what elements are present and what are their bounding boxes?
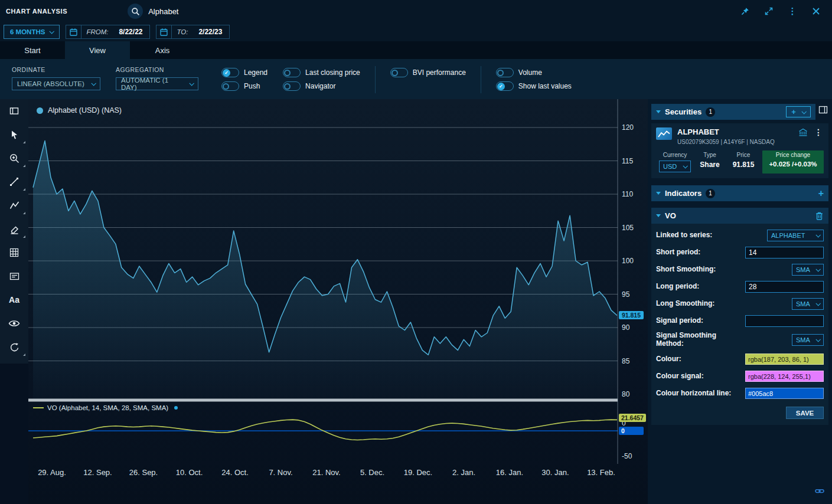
svg-text:-50: -50 <box>622 452 632 460</box>
toggle-show-last-values[interactable]: ✓ Show last values <box>496 80 572 93</box>
svg-text:115: 115 <box>622 157 633 165</box>
price-series-legend[interactable]: Alphabet (USD) (NAS) <box>37 106 122 114</box>
short-smoothing-select[interactable]: SMA <box>792 264 824 276</box>
tab-view[interactable]: View <box>65 41 130 59</box>
trendline-tool-icon[interactable] <box>0 170 28 194</box>
add-indicator-button[interactable]: + <box>818 188 824 199</box>
short-smoothing-label: Short Smoothing: <box>656 266 716 274</box>
colour-input[interactable] <box>745 354 824 365</box>
svg-text:30. Jan.: 30. Jan. <box>541 468 569 477</box>
pin-icon[interactable] <box>740 6 751 17</box>
colour-hline-input[interactable] <box>745 388 824 399</box>
collapse-caret-icon <box>656 110 661 113</box>
save-button[interactable]: SAVE <box>786 407 824 419</box>
delete-indicator-icon[interactable] <box>815 211 824 221</box>
linked-series-label: Linked to series: <box>656 231 712 240</box>
svg-text:24. Oct.: 24. Oct. <box>221 468 249 477</box>
indicators-header[interactable]: Indicators 1 + <box>651 185 828 201</box>
securities-header[interactable]: Securities 1 + <box>651 104 815 120</box>
tab-start[interactable]: Start <box>0 41 65 59</box>
security-name: ALPHABET <box>677 127 793 136</box>
from-calendar-button[interactable] <box>66 25 81 38</box>
long-smoothing-row: Long Smoothing: SMA <box>656 295 824 312</box>
to-calendar-button[interactable] <box>156 25 172 38</box>
text-tool-icon[interactable]: Aa <box>0 288 28 312</box>
long-smoothing-select[interactable]: SMA <box>792 298 824 310</box>
vo-indicator-legend[interactable]: VO (Alphabet, 14, SMA, 28, SMA, SMA) <box>33 404 178 411</box>
type-value: Share <box>700 161 719 169</box>
vo-color-swatch <box>33 407 44 408</box>
toggle-navigator-label: Navigator <box>305 82 335 90</box>
signal-period-row: Signal period: <box>656 312 824 329</box>
svg-text:10. Oct.: 10. Oct. <box>176 468 203 477</box>
short-period-row: Short period: <box>656 244 824 261</box>
long-smoothing-value: SMA <box>796 300 810 307</box>
visibility-tool-icon[interactable] <box>0 312 28 335</box>
security-card[interactable]: ALPHABET US02079K3059 | A14Y6F | NASDAQ … <box>651 123 828 178</box>
linked-series-select[interactable]: ALPHABET <box>767 230 824 241</box>
security-detail-grid: Currency USD Type Share Price 91.815 <box>656 150 824 174</box>
svg-text:26. Sep.: 26. Sep. <box>129 468 158 477</box>
signal-period-input[interactable] <box>745 315 824 327</box>
grid-tool-icon[interactable] <box>0 241 28 264</box>
long-period-input[interactable] <box>745 281 824 293</box>
toggle-push[interactable]: ✓ Push <box>221 80 267 93</box>
securities-count-badge: 1 <box>706 107 715 117</box>
datebar: 6 MONTHS FROM: 8/22/22 TO: 2/22/23 <box>0 22 832 41</box>
from-label: FROM: <box>86 28 108 35</box>
chevron-down-icon <box>189 81 194 86</box>
maximize-icon[interactable] <box>764 6 774 17</box>
ordinate-select[interactable]: LINEAR (ABSOLUTE) <box>12 77 100 90</box>
vo-legend-label: VO (Alphabet, 14, SMA, 28, SMA, SMA) <box>47 404 168 411</box>
aggregation-value: AUTOMATIC (1 DAY) <box>121 77 185 91</box>
panel-layout-icon[interactable] <box>818 106 828 116</box>
cursor-tool-icon[interactable] <box>0 123 28 146</box>
toggle-bvi-performance[interactable]: ✓ BVI performance <box>390 66 466 79</box>
eraser-tool-icon[interactable] <box>0 217 28 241</box>
tab-axis[interactable]: Axis <box>130 41 195 59</box>
colour-signal-row: Colour signal: <box>656 368 824 385</box>
polyline-tool-icon[interactable] <box>0 194 28 217</box>
to-date-input[interactable]: 2/22/23 <box>191 28 222 36</box>
chevron-down-icon <box>683 163 687 168</box>
svg-text:120: 120 <box>622 123 634 132</box>
exchange-bank-icon[interactable] <box>798 128 808 145</box>
colour-signal-input[interactable] <box>745 371 824 382</box>
short-smoothing-row: Short Smoothing: SMA <box>656 261 824 278</box>
chart-canvas[interactable]: 120115110105100959085800-5029. Aug.12. S… <box>28 99 648 504</box>
add-security-button[interactable]: + <box>786 106 811 117</box>
close-icon[interactable] <box>811 6 821 17</box>
toggle-volume[interactable]: ✓ Volume <box>496 66 572 79</box>
price-chart[interactable]: 120115110105100959085800-5029. Aug.12. S… <box>28 99 648 483</box>
reset-rotate-tool-icon[interactable] <box>0 335 28 359</box>
signal-smoothing-label: Signal Smoothing Method: <box>656 332 726 348</box>
legend-panel-tool-icon[interactable] <box>0 264 28 288</box>
ordinate-label: ORDINATE <box>12 66 100 73</box>
signal-smoothing-select[interactable]: SMA <box>792 334 824 346</box>
vo-header[interactable]: VO <box>651 208 828 224</box>
toggle-bvi-switch: ✓ <box>390 68 408 77</box>
security-kebab-icon[interactable]: ⋮ <box>814 127 823 145</box>
chevron-down-icon <box>815 337 820 342</box>
symbol-search-input[interactable]: Alphabet <box>148 7 178 16</box>
toggle-legend[interactable]: ✓ Legend <box>221 66 267 79</box>
zoom-in-tool-icon[interactable] <box>0 146 28 170</box>
panel-toggle-icon[interactable] <box>0 99 28 123</box>
from-date-input[interactable]: 8/22/22 <box>112 28 142 36</box>
aggregation-select[interactable]: AUTOMATIC (1 DAY) <box>116 77 198 90</box>
signal-smoothing-row: Signal Smoothing Method: SMA <box>656 329 824 351</box>
toggle-push-label: Push <box>244 82 260 90</box>
search-icon[interactable] <box>128 4 143 19</box>
svg-text:105: 105 <box>622 224 634 232</box>
range-select[interactable]: 6 MONTHS <box>4 25 60 39</box>
kebab-menu-icon[interactable]: ⋮ <box>787 6 798 17</box>
to-date-group: TO: 2/22/23 <box>156 25 230 39</box>
link-icon[interactable] <box>815 487 824 498</box>
colour-label: Colour: <box>656 355 681 364</box>
toggle-column-2: ✓ Last closing price ✓ Navigator <box>283 66 360 93</box>
currency-select[interactable]: USD <box>659 161 691 172</box>
svg-text:21. Nov.: 21. Nov. <box>312 468 340 477</box>
toggle-last-closing-price[interactable]: ✓ Last closing price <box>283 66 360 79</box>
toggle-navigator[interactable]: ✓ Navigator <box>283 80 360 93</box>
short-period-input[interactable] <box>745 247 824 258</box>
